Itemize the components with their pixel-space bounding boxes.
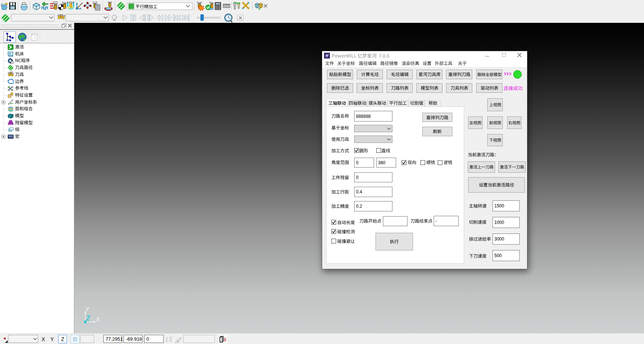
svg-text:z: z <box>166 340 167 342</box>
